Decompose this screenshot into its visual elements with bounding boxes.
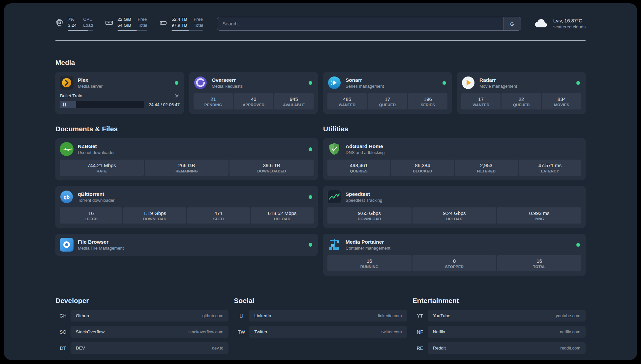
service-name: NZBGet — [78, 143, 115, 149]
section-title-media: Media — [55, 59, 586, 67]
service-card-portainer[interactable]: Media Portainer Container management 16R… — [323, 234, 586, 276]
portainer-crane-icon — [327, 238, 341, 252]
svg-text:qb: qb — [64, 194, 70, 200]
settings-gear-icon[interactable] — [174, 93, 179, 98]
cpu-icon — [55, 18, 64, 27]
disk-meter — [171, 30, 203, 31]
section-social: Social LI LinkedIn linkedin.com TW Twitt… — [234, 297, 407, 354]
service-card-nzbget[interactable]: nzbget NZBGet Usenet downloader 744.21 M… — [55, 138, 318, 180]
memory-widget: 22 GiB 64 GiB Free Total — [105, 16, 147, 31]
status-dot — [175, 81, 178, 85]
dashboard-page: 7% 3.24 CPU Load — [4, 3, 637, 360]
bookmark-youtube[interactable]: YT YouTube youtube.com — [412, 310, 586, 321]
disk-total-value: 97.9 TB — [171, 22, 187, 28]
stat-tile: 196SERIES — [408, 93, 447, 109]
playback-progress-fill — [60, 101, 76, 108]
section-utilities: Utilities AdGuard Home — [323, 125, 586, 276]
service-desc: DNS and adblocking — [346, 150, 385, 155]
disk-free-label: Free — [194, 16, 203, 22]
bookmark-abbr: YT — [412, 313, 428, 318]
section-title-utilities: Utilities — [323, 125, 586, 133]
bookmark-abbr: RE — [412, 346, 428, 351]
stat-tile: 47.571 msLATENCY — [519, 160, 581, 176]
bookmark-reddit[interactable]: RE Reddit reddit.com — [412, 342, 586, 354]
bookmark-abbr: NF — [412, 329, 428, 335]
adguard-shield-icon — [327, 142, 341, 156]
topbar-divider — [55, 40, 586, 41]
memory-free-value: 22 GiB — [117, 16, 131, 22]
stat-tile: 16TOTAL — [497, 255, 581, 271]
service-desc: Media File Management — [78, 246, 124, 251]
stat-tile: 9.24 GbpsUPLOAD — [412, 207, 497, 224]
cpu-load-label: Load — [83, 22, 93, 28]
search-provider-button[interactable]: G — [504, 17, 521, 30]
bookmark-twitter[interactable]: TW Twitter twitter.com — [234, 326, 407, 338]
memory-total-label: Total — [138, 22, 147, 28]
stat-tile: 21PENDING — [194, 93, 233, 109]
bookmark-netflix[interactable]: NF Netflix netflix.com — [412, 326, 586, 338]
service-card-sonarr[interactable]: Sonarr Series management 485WANTED 17QUE… — [323, 72, 452, 114]
bookmark-abbr: SO — [55, 329, 71, 335]
filebrowser-icon — [60, 238, 74, 252]
disk-total-label: Total — [194, 22, 203, 28]
speedtest-graph-icon — [327, 190, 341, 204]
service-card-overseerr[interactable]: Overseerr Media Requests 21PENDING 40APP… — [189, 72, 318, 114]
bookmark-linkedin[interactable]: LI LinkedIn linkedin.com — [234, 310, 407, 321]
service-desc: Movie management — [479, 84, 517, 89]
section-title-social: Social — [234, 297, 407, 305]
now-playing-title: Bullet Train — [60, 93, 82, 98]
top-bar: 7% 3.24 CPU Load — [55, 15, 586, 32]
bookmark-abbr: GH — [55, 313, 71, 318]
service-card-radarr[interactable]: Radarr Movie management 17WANTED 22QUEUE… — [457, 72, 586, 114]
section-title-documents: Documents & Files — [55, 125, 318, 133]
memory-total-value: 64 GiB — [117, 22, 131, 28]
section-title-entertainment: Entertainment — [412, 297, 586, 305]
stat-tile: 834MOVIES — [542, 93, 581, 109]
service-name: Overseerr — [212, 77, 243, 83]
radarr-icon — [461, 76, 475, 90]
bookmark-stackoverflow[interactable]: SO StackOverflow stackoverflow.com — [55, 326, 229, 338]
section-entertainment: Entertainment YT YouTube youtube.com NF … — [412, 297, 586, 354]
section-title-developer: Developer — [55, 297, 229, 305]
service-desc: Media Requests — [212, 84, 243, 89]
stat-tile: 9.65 GbpsDOWNLOAD — [327, 207, 412, 224]
playback-progress-bar[interactable] — [60, 101, 144, 108]
service-desc: Torrent downloader — [78, 198, 114, 203]
service-card-speedtest[interactable]: Speedtest Speedtest Tracking 9.65 GbpsDO… — [323, 186, 586, 228]
cpu-percent: 7% — [68, 16, 76, 22]
service-card-adguard[interactable]: AdGuard Home DNS and adblocking 498,461Q… — [323, 138, 586, 180]
service-card-plex[interactable]: Plex Media server Bullet Train — [55, 72, 184, 114]
system-metrics: 7% 3.24 CPU Load — [55, 16, 203, 31]
stat-tile: 945AVAILABLE — [274, 93, 314, 109]
search-bar: G — [217, 17, 521, 31]
stat-tile: 485WANTED — [327, 93, 367, 109]
plex-icon — [60, 76, 74, 90]
memory-free-label: Free — [138, 16, 147, 22]
service-card-filebrowser[interactable]: File Browser Media File Management — [55, 234, 318, 256]
bookmark-abbr: LI — [234, 313, 249, 318]
cpu-load-value: 3.24 — [68, 22, 76, 28]
stat-tile: 40APPROVED — [234, 93, 273, 109]
bookmark-dev[interactable]: DT DEV dev.to — [55, 342, 229, 354]
bookmark-github[interactable]: GH Github github.com — [55, 310, 229, 321]
cpu-meter — [68, 30, 93, 31]
service-card-qbittorrent[interactable]: qb qBittorrent Torrent downloader 16LEEC… — [55, 186, 318, 228]
service-name: Radarr — [479, 77, 517, 83]
search-input[interactable] — [217, 17, 504, 30]
weather-condition: scattered clouds — [553, 24, 586, 30]
status-dot — [309, 243, 312, 247]
service-name: File Browser — [78, 239, 124, 245]
bookmark-abbr: TW — [234, 329, 249, 335]
stat-tile: 0.993 msPING — [497, 207, 581, 224]
weather-widget: Lviv, 16.87°C scattered clouds — [534, 15, 586, 32]
section-developer: Developer GH Github github.com SO StackO… — [55, 297, 229, 354]
service-desc: Speedtest Tracking — [346, 198, 382, 203]
memory-icon — [105, 18, 113, 27]
bookmark-abbr: DT — [55, 346, 71, 351]
stat-tile: 2,953FILTERED — [455, 160, 518, 176]
stat-tile: 16RUNNING — [327, 255, 412, 271]
nzbget-icon: nzbget — [60, 142, 74, 156]
pause-icon[interactable] — [63, 103, 66, 106]
status-dot — [309, 147, 312, 151]
stat-tile: 17WANTED — [461, 93, 501, 109]
